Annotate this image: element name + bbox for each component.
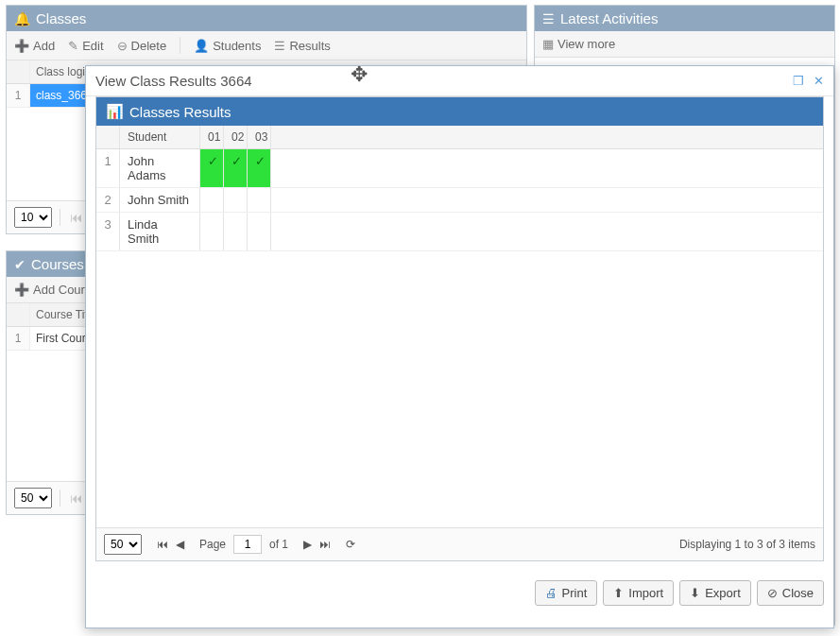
results-label: Results xyxy=(289,39,330,53)
export-label: Export xyxy=(705,586,741,600)
minus-circle-icon: ⊖ xyxy=(117,39,128,53)
delete-label: Delete xyxy=(131,39,167,53)
student-cell: Linda Smith xyxy=(120,213,200,250)
results-content: Student 01 02 03 1John Adams✓✓✓2John Smi… xyxy=(96,126,823,560)
view-more-label: View more xyxy=(557,37,615,51)
download-icon: ⬇ xyxy=(690,586,700,600)
import-label: Import xyxy=(628,586,663,600)
page-size-select[interactable]: 10 xyxy=(14,207,52,228)
classes-toolbar: ➕Add ✎Edit ⊖Delete 👤Students ☰Results xyxy=(7,31,526,60)
page-size-select[interactable]: 50 xyxy=(104,534,142,555)
page-input[interactable] xyxy=(233,535,262,554)
page-size-select[interactable]: 50 xyxy=(14,488,52,508)
list-icon: ☰ xyxy=(274,39,285,53)
col-03-header[interactable]: 03 xyxy=(248,126,271,148)
view-results-dialog: View Class Results 3664 ✥ ❐ ✕ 📊 Classes … xyxy=(85,65,834,628)
of-label: of 1 xyxy=(269,538,288,551)
classes-title: Classes xyxy=(36,10,86,26)
student-cell: John Smith xyxy=(120,188,200,212)
result-cell xyxy=(224,213,248,250)
view-more-button[interactable]: ▦View more xyxy=(542,37,615,51)
results-row[interactable]: 2John Smith xyxy=(96,188,823,213)
window-controls: ❐ ✕ xyxy=(793,74,824,88)
results-pager: 50 ⏮ ◀ Page of 1 ▶ ⏭ ⟳ Displaying 1 to 3… xyxy=(96,527,823,560)
add-label: Add xyxy=(33,39,55,53)
result-cell xyxy=(200,188,224,212)
add-button[interactable]: ➕Add xyxy=(14,39,55,53)
import-button[interactable]: ⬆Import xyxy=(603,580,674,606)
export-button[interactable]: ⬇Export xyxy=(679,580,751,606)
grid-icon: ▦ xyxy=(542,37,554,51)
refresh-icon[interactable]: ⟳ xyxy=(346,538,355,551)
first-page-icon[interactable]: ⏮ xyxy=(157,538,168,551)
col-02-header[interactable]: 02 xyxy=(224,126,248,148)
first-page-icon[interactable]: ⏮ xyxy=(68,210,85,225)
result-cell xyxy=(224,188,248,212)
result-cell xyxy=(248,213,271,250)
result-cell: ✓ xyxy=(248,149,271,187)
results-panel-header: 📊 Classes Results xyxy=(96,97,823,126)
row-number: 1 xyxy=(7,84,30,107)
row-number: 2 xyxy=(96,188,120,212)
row-number: 3 xyxy=(96,213,120,250)
move-cursor-icon: ✥ xyxy=(351,62,368,87)
user-icon: 👤 xyxy=(194,39,209,53)
pager-separator xyxy=(60,209,60,226)
delete-button[interactable]: ⊖Delete xyxy=(117,39,167,53)
last-page-icon[interactable]: ⏭ xyxy=(319,538,331,551)
result-cell: ✓ xyxy=(224,149,248,187)
courses-title: Courses xyxy=(31,256,84,272)
students-label: Students xyxy=(213,39,261,53)
student-header[interactable]: Student xyxy=(120,126,200,148)
row-number-header xyxy=(96,126,120,148)
row-number-header xyxy=(7,303,30,326)
list-icon: ☰ xyxy=(542,11,555,26)
bell-icon: 🔔 xyxy=(14,11,30,26)
results-button[interactable]: ☰Results xyxy=(274,39,330,53)
result-cell: ✓ xyxy=(200,149,224,187)
edit-button[interactable]: ✎Edit xyxy=(68,39,103,53)
pager-status: Displaying 1 to 3 of 3 items xyxy=(679,538,815,551)
next-page-icon[interactable]: ▶ xyxy=(303,538,312,551)
row-number: 1 xyxy=(7,327,30,350)
pencil-icon: ✎ xyxy=(68,39,78,53)
maximize-icon[interactable]: ❐ xyxy=(793,74,804,88)
ban-icon: ⊘ xyxy=(767,586,778,600)
results-grid: Student 01 02 03 1John Adams✓✓✓2John Smi… xyxy=(96,126,823,251)
prev-page-icon[interactable]: ◀ xyxy=(176,538,184,551)
close-button[interactable]: ⊘Close xyxy=(757,580,824,606)
print-button[interactable]: 🖨Print xyxy=(535,580,598,606)
dialog-body: 📊 Classes Results Student 01 02 03 1John… xyxy=(86,96,833,571)
results-panel-title: Classes Results xyxy=(129,104,231,120)
results-grid-header: Student 01 02 03 xyxy=(96,126,823,149)
pager-separator xyxy=(60,490,60,507)
upload-icon: ⬆ xyxy=(613,586,624,600)
plus-circle-icon: ➕ xyxy=(14,283,29,297)
col-01-header[interactable]: 01 xyxy=(200,126,224,148)
result-cell xyxy=(248,188,271,212)
results-row[interactable]: 3Linda Smith xyxy=(96,213,823,251)
activities-title: Latest Activities xyxy=(560,10,658,26)
row-number-header xyxy=(7,60,30,83)
toolbar-separator xyxy=(180,37,180,54)
close-label: Close xyxy=(782,586,814,600)
student-cell: John Adams xyxy=(120,149,200,187)
check-circle-icon: ✔ xyxy=(14,257,26,272)
dialog-titlebar[interactable]: View Class Results 3664 ✥ ❐ ✕ xyxy=(86,66,833,96)
printer-icon: 🖨 xyxy=(545,586,557,600)
students-button[interactable]: 👤Students xyxy=(194,39,261,53)
dialog-footer: 🖨Print ⬆Import ⬇Export ⊘Close xyxy=(86,571,833,615)
activities-toolbar: ▦View more xyxy=(535,31,834,58)
edit-label: Edit xyxy=(82,39,103,53)
first-page-icon[interactable]: ⏮ xyxy=(68,490,85,506)
close-icon[interactable]: ✕ xyxy=(814,74,824,88)
results-row[interactable]: 1John Adams✓✓✓ xyxy=(96,149,823,188)
page-label: Page xyxy=(199,538,226,551)
results-panel: 📊 Classes Results Student 01 02 03 1John… xyxy=(95,96,824,561)
row-number: 1 xyxy=(96,149,120,187)
dialog-title: View Class Results 3664 xyxy=(95,73,252,89)
bar-chart-icon: 📊 xyxy=(106,103,124,120)
plus-circle-icon: ➕ xyxy=(14,39,29,53)
print-label: Print xyxy=(562,586,588,600)
classes-panel-header: 🔔 Classes xyxy=(7,6,526,31)
